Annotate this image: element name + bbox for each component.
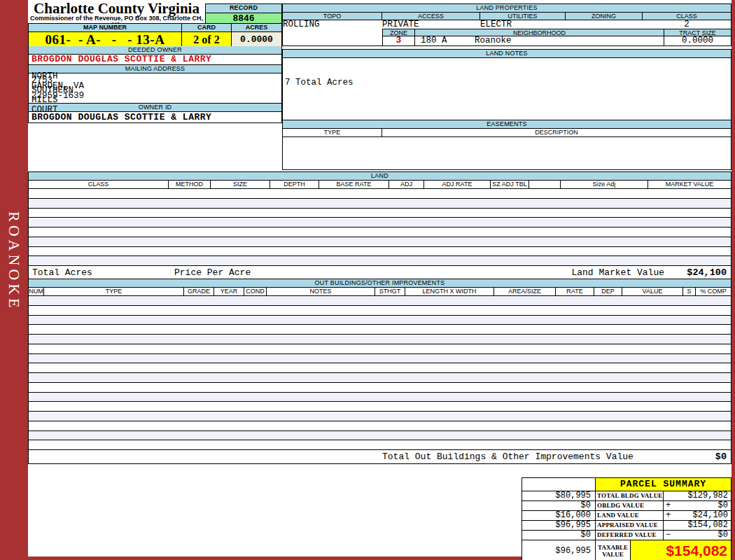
empty-table-row (29, 325, 731, 335)
land-market-value-label: Land Market Value (571, 266, 664, 279)
land-col-adj: ADJ (389, 181, 424, 188)
address-line-2: NORTH GARDEN, VA 22959-1639 (31, 71, 91, 101)
empty-table-row (29, 354, 731, 364)
parcel-summary: PARCEL SUMMARY $80,995 TOTAL BLDG VALUE … (522, 477, 732, 560)
empty-table-row (29, 227, 731, 237)
empty-table-row (29, 209, 731, 218)
taxable-value: $154,082 (631, 540, 731, 560)
empty-table-row (29, 412, 731, 421)
land-col-depth: DEPTH (270, 181, 319, 188)
row-operator: − (664, 531, 676, 540)
ob-col-length-width: LENGTH X WIDTH (405, 288, 494, 295)
neighborhood-name: Roanoke (475, 36, 512, 46)
land-notes-section: LAND NOTES 7 Total Acres (282, 49, 732, 120)
easements-title: EASEMENTS (283, 120, 731, 129)
ob-col-cond: COND (244, 288, 267, 295)
empty-table-row (29, 296, 731, 306)
county-header: Charlotte County Virginia Commissioner o… (28, 0, 205, 23)
row-label: LAND VALUE (596, 511, 664, 520)
empty-table-row (29, 247, 731, 257)
tract-size-value: 0.0000 (664, 36, 731, 46)
row-operator (664, 491, 676, 500)
prior-value: $80,995 (522, 491, 596, 500)
ob-col-notes: NOTES (267, 288, 375, 295)
empty-table-row (29, 393, 731, 402)
land-col-sz-adj-tbl: SZ ADJ TBL (491, 181, 529, 188)
acres-label: ACRES (232, 24, 281, 32)
topo-value: ROLLING (283, 20, 382, 29)
empty-table-row (29, 344, 731, 354)
mailing-address: 2753 SOUTHERN HILLS COURT NORTH GARDEN, … (29, 74, 281, 104)
row-label: DEFERRED VALUE (596, 531, 664, 540)
empty-table-row (29, 316, 731, 326)
record-label: RECORD (206, 4, 281, 13)
empty-table-row (29, 383, 731, 393)
summary-row-obldg: $0 OBLDG VALUE + $0 (522, 501, 731, 511)
prior-value: $96,995 (522, 521, 596, 530)
empty-table-row (29, 335, 731, 344)
parcel-id-table: MAP NUMBER CARD ACRES 061- - A- - - 13-A… (28, 23, 282, 48)
land-market-value: $24,100 (687, 266, 727, 279)
summary-row-taxable: $96,995 TAXABLE VALUE $154,082 (522, 540, 731, 560)
easement-description-label: DESCRIPTION (382, 129, 731, 136)
empty-table-row (29, 189, 731, 199)
county-title: Charlotte County Virginia (28, 1, 205, 15)
easements-section: EASEMENTS TYPE DESCRIPTION (282, 120, 732, 170)
empty-table-row (29, 440, 731, 450)
prior-value: $0 (522, 531, 596, 540)
ob-col-s: S (683, 288, 696, 295)
empty-table-row (29, 431, 731, 441)
land-table-title: LAND (29, 172, 731, 181)
easements-body (283, 137, 731, 169)
land-empty-rows (29, 189, 731, 266)
empty-table-row (29, 199, 731, 209)
row-value: $129,982 (676, 491, 731, 500)
ob-col-grade: GRADE (184, 288, 214, 295)
row-label: APPRAISED VALUE (596, 521, 664, 530)
row-label: TOTAL BLDG VALUE (596, 491, 664, 500)
topo-label: TOPO (283, 13, 382, 20)
zone-value-spacer (283, 36, 383, 46)
row-value: $0 (676, 531, 731, 540)
row-operator (664, 521, 676, 530)
zoning-value (566, 20, 643, 29)
empty-table-row (29, 402, 731, 412)
out-buildings-total-label: Total Out Buildings & Other Improvements… (382, 450, 634, 463)
access-value: PRIVATE (382, 20, 480, 29)
record-number: 8846 (206, 13, 281, 24)
ob-col-dep: DEP (594, 288, 622, 295)
ob-col-pct-comp: % COMP (696, 288, 731, 295)
empty-table-row (29, 306, 731, 316)
row-value: $154,082 (676, 521, 731, 530)
land-properties-section: LAND PROPERTIES TOPO ACCESS UTILITIES ZO… (282, 4, 732, 46)
summary-blank-cell (522, 478, 596, 491)
zone-value: 3 (383, 36, 415, 46)
utilities-label: UTILITIES (480, 13, 566, 20)
total-acres-label: Total Acres (32, 266, 92, 279)
land-notes-title: LAND NOTES (283, 50, 731, 58)
ob-col-area-size: AREA/SIZE (494, 288, 556, 295)
land-col-method: METHOD (169, 181, 211, 188)
ob-col-value: VALUE (622, 288, 683, 295)
summary-row-deferred: $0 DEFERRED VALUE − $0 (522, 531, 731, 540)
land-col-class: CLASS (29, 181, 169, 188)
zone-row-spacer (283, 29, 383, 36)
map-number-label: MAP NUMBER (29, 24, 182, 32)
out-buildings-empty-rows (29, 296, 731, 450)
row-operator: + (664, 511, 676, 520)
ob-col-sthgt: STHGT (375, 288, 405, 295)
land-table-section: LAND CLASS METHOD SIZE DEPTH BASE RATE A… (28, 172, 732, 280)
out-buildings-total-value: $0 (715, 450, 727, 463)
row-operator: + (664, 501, 676, 510)
neighborhood-value: 180 A Roanoke (415, 36, 664, 46)
empty-table-row (29, 218, 731, 227)
row-label: OBLDG VALUE (596, 501, 664, 510)
easement-type-label: TYPE (283, 129, 382, 136)
deeded-owner-value: BROGDON DOUGLAS SCOTTIE & LARRY (29, 55, 281, 65)
prior-value: $0 (522, 501, 596, 510)
land-col-size: SIZE (211, 181, 270, 188)
row-value: $0 (676, 501, 731, 510)
empty-table-row (29, 237, 731, 247)
ob-col-num: NUM (29, 288, 44, 295)
district-vertical-label: ROANOKE (5, 211, 23, 312)
